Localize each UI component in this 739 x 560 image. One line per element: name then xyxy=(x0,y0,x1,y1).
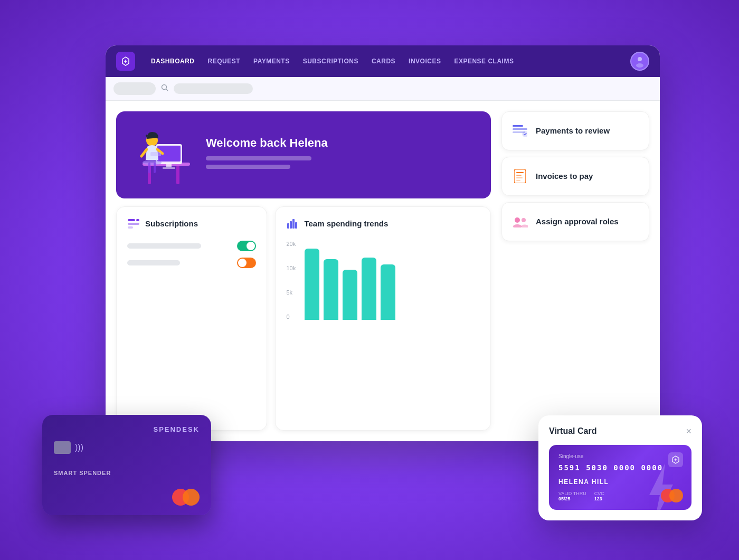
modal-title: Virtual Card xyxy=(549,426,596,436)
svg-rect-12 xyxy=(150,152,161,156)
svg-rect-25 xyxy=(513,128,527,130)
svg-rect-18 xyxy=(128,223,139,225)
svg-rect-16 xyxy=(128,219,135,221)
svg-rect-28 xyxy=(514,169,526,183)
svg-point-34 xyxy=(513,224,522,227)
subscriptions-icon xyxy=(127,217,140,230)
chart-wrapper: 20k 10k 5k 0 xyxy=(286,241,480,330)
nav-item-dashboard[interactable]: DASHBOARD xyxy=(151,58,195,65)
mastercard-orange-circle xyxy=(183,489,200,506)
spending-title: Team spending trends xyxy=(304,219,388,228)
card-wave-icon: ))) xyxy=(75,443,83,452)
card-holder-name: SMART SPENDER xyxy=(54,470,200,476)
svg-rect-21 xyxy=(290,221,292,229)
bar-4 xyxy=(362,258,376,320)
browser-window: DASHBOARD REQUEST PAYMENTS SUBSCRIPTIONS… xyxy=(106,45,660,441)
mastercard-logo xyxy=(172,489,200,506)
svg-rect-14 xyxy=(148,163,150,173)
payments-review-icon xyxy=(511,122,528,139)
invoices-pay-card[interactable]: Invoices to pay xyxy=(501,157,649,196)
vc-valid-thru: VALID THRU 05/25 xyxy=(558,491,586,501)
modal-header: Virtual Card × xyxy=(549,426,691,437)
svg-rect-32 xyxy=(516,180,520,181)
vc-cvc-label: CVC xyxy=(594,491,604,496)
bar-5 xyxy=(381,264,395,320)
svg-point-1 xyxy=(636,63,643,68)
invoices-pay-icon xyxy=(511,168,528,185)
y-labels: 20k 10k 5k 0 xyxy=(286,241,296,320)
bar-3 xyxy=(343,270,357,320)
welcome-text: Welcome back Helena xyxy=(206,136,328,173)
welcome-illustration xyxy=(132,120,195,189)
vc-valid-thru-value: 05/25 xyxy=(558,496,571,501)
svg-rect-9 xyxy=(166,164,172,167)
right-panel: Payments to review Invoices to pay xyxy=(501,111,649,431)
spending-header: Team spending trends xyxy=(286,217,480,230)
y-label-10k: 10k xyxy=(286,265,296,271)
chart-icon xyxy=(286,217,299,230)
vc-single-use: Single-use xyxy=(558,453,682,459)
virtual-card-inner: Single-use 5591 5030 0000 0000 HELENA HI… xyxy=(549,445,691,510)
virtual-card-modal: Virtual Card × Single-use 5591 5030 0000… xyxy=(538,415,702,520)
welcome-bar-1 xyxy=(206,156,311,160)
sub-bar-2 xyxy=(127,260,180,265)
svg-rect-10 xyxy=(163,167,175,169)
nav-item-request[interactable]: REQUEST xyxy=(208,58,241,65)
sub-rows xyxy=(127,241,256,268)
assign-roles-label: Assign approval roles xyxy=(536,217,619,226)
svg-rect-6 xyxy=(176,166,179,184)
nav-item-subscriptions[interactable]: SUBSCRIPTIONS xyxy=(303,58,358,65)
assign-roles-icon xyxy=(511,213,528,230)
subscriptions-title: Subscriptions xyxy=(145,219,198,228)
svg-rect-22 xyxy=(292,219,295,229)
main-content: Welcome back Helena xyxy=(106,101,660,441)
card-chip-area: ))) xyxy=(54,441,200,454)
svg-point-35 xyxy=(522,218,526,222)
svg-point-13 xyxy=(143,160,162,165)
svg-rect-29 xyxy=(516,172,524,173)
vc-valid-thru-label: VALID THRU xyxy=(558,491,586,496)
user-avatar[interactable] xyxy=(630,52,649,71)
bar-2 xyxy=(324,259,338,320)
search-bar xyxy=(106,77,660,101)
chart-bars xyxy=(305,241,480,320)
y-label-5k: 5k xyxy=(286,289,296,296)
vc-cvc-value: 123 xyxy=(594,496,602,501)
subscriptions-card: Subscriptions xyxy=(116,206,267,431)
svg-rect-23 xyxy=(295,222,297,229)
payments-review-card[interactable]: Payments to review xyxy=(501,111,649,150)
svg-rect-17 xyxy=(136,219,139,221)
sub-bar-1 xyxy=(127,243,201,249)
navbar: DASHBOARD REQUEST PAYMENTS SUBSCRIPTIONS… xyxy=(106,45,660,77)
y-label-20k: 20k xyxy=(286,241,296,247)
close-icon[interactable]: × xyxy=(686,426,691,437)
svg-point-36 xyxy=(521,224,528,227)
nav-item-cards[interactable]: CARDS xyxy=(372,58,395,65)
sub-row-1 xyxy=(127,241,256,251)
logo[interactable] xyxy=(116,52,135,71)
welcome-bar-2 xyxy=(206,165,290,169)
physical-card: SPENDESK ))) SMART SPENDER xyxy=(42,415,211,515)
sub-row-2 xyxy=(127,258,256,268)
svg-rect-31 xyxy=(516,177,523,178)
nav-item-expense-claims[interactable]: EXPENSE CLAIMS xyxy=(454,58,514,65)
card-chip xyxy=(54,441,71,454)
welcome-banner: Welcome back Helena xyxy=(116,111,491,198)
bottom-row: Subscriptions xyxy=(116,206,491,431)
toggle-dot-2 xyxy=(238,259,247,267)
assign-roles-card[interactable]: Assign approval roles xyxy=(501,202,649,241)
svg-rect-24 xyxy=(513,125,523,127)
search-pill xyxy=(113,82,156,95)
y-label-0: 0 xyxy=(286,314,296,320)
payments-review-label: Payments to review xyxy=(536,126,610,135)
toggle-1[interactable] xyxy=(237,241,256,251)
subscriptions-header: Subscriptions xyxy=(127,217,256,230)
toggle-2[interactable] xyxy=(237,258,256,268)
svg-line-3 xyxy=(166,89,168,91)
toggle-dot-1 xyxy=(247,242,255,250)
nav-item-payments[interactable]: PAYMENTS xyxy=(253,58,290,65)
lightning-icon xyxy=(644,461,676,510)
nav-item-invoices[interactable]: INVOICES xyxy=(409,58,441,65)
search-icon[interactable] xyxy=(161,84,168,93)
svg-rect-19 xyxy=(128,226,133,229)
